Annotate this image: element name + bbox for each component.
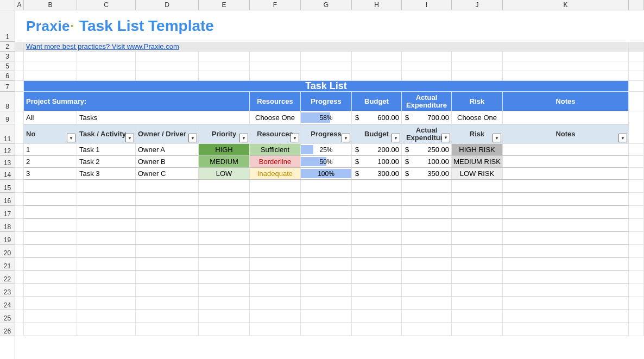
cell-empty[interactable] xyxy=(24,258,77,271)
row-header-3[interactable]: 3 xyxy=(0,52,15,61)
cell-resources[interactable]: Sufficient xyxy=(250,144,301,156)
cell-empty[interactable] xyxy=(250,310,301,323)
cell-empty[interactable] xyxy=(250,232,301,245)
cell-empty[interactable] xyxy=(352,297,402,310)
cell-empty[interactable] xyxy=(452,206,503,219)
cell-empty[interactable] xyxy=(402,258,452,271)
cell-empty[interactable] xyxy=(136,284,199,297)
row-header-20[interactable]: 20 xyxy=(0,245,15,258)
col-header-extra[interactable] xyxy=(629,0,644,10)
cell-empty[interactable] xyxy=(136,180,199,193)
cell-empty[interactable] xyxy=(402,284,452,297)
col-header-B[interactable]: B xyxy=(24,0,77,10)
summary-progress-cell[interactable]: 58% xyxy=(301,111,352,124)
cell-task[interactable]: Task 1 xyxy=(77,144,136,156)
cell-risk[interactable]: MEDIUM RISK xyxy=(452,156,503,168)
select-all-corner[interactable] xyxy=(0,0,15,10)
cell-empty[interactable] xyxy=(250,297,301,310)
cell-empty[interactable] xyxy=(352,284,402,297)
cell-empty[interactable] xyxy=(452,193,503,206)
cell-task[interactable]: Task 3 xyxy=(77,168,136,180)
cell-empty[interactable] xyxy=(136,232,199,245)
cell-empty[interactable] xyxy=(352,310,402,323)
cell-empty[interactable] xyxy=(452,323,503,336)
cell-empty[interactable] xyxy=(250,245,301,258)
cell-empty[interactable] xyxy=(301,232,352,245)
cell-empty[interactable] xyxy=(199,232,250,245)
cell-empty[interactable] xyxy=(250,258,301,271)
cell-empty[interactable] xyxy=(503,297,629,310)
cell-no[interactable]: 1 xyxy=(24,144,77,156)
cell-empty[interactable] xyxy=(250,219,301,232)
cell-empty[interactable] xyxy=(301,245,352,258)
cell-owner[interactable]: Owner A xyxy=(136,144,199,156)
row-header-23[interactable]: 23 xyxy=(0,284,15,297)
cell-empty[interactable] xyxy=(352,219,402,232)
cell-empty[interactable] xyxy=(503,258,629,271)
cell-empty[interactable] xyxy=(24,219,77,232)
cell-empty[interactable] xyxy=(301,297,352,310)
cell-empty[interactable] xyxy=(136,323,199,336)
col-header-C[interactable]: C xyxy=(77,0,136,10)
cell-empty[interactable] xyxy=(199,258,250,271)
row-header-13[interactable]: 13 xyxy=(0,156,15,168)
row-header-22[interactable]: 22 xyxy=(0,271,15,284)
cell-empty[interactable] xyxy=(77,193,136,206)
cell-notes[interactable] xyxy=(503,168,629,180)
cell-empty[interactable] xyxy=(503,219,629,232)
col-header-J[interactable]: J xyxy=(452,0,503,10)
praxie-link[interactable]: Want more best practices? Visit www.Prax… xyxy=(26,42,179,51)
cell-empty[interactable] xyxy=(352,323,402,336)
summary-actual[interactable]: $700.00 xyxy=(402,111,452,124)
cell-empty[interactable] xyxy=(402,297,452,310)
cell-empty[interactable] xyxy=(452,245,503,258)
cell-empty[interactable] xyxy=(503,193,629,206)
cell-empty[interactable] xyxy=(452,310,503,323)
filter-button-owner[interactable]: ▼ xyxy=(188,134,197,142)
cell-empty[interactable] xyxy=(452,180,503,193)
row-header-12[interactable]: 12 xyxy=(0,144,15,156)
summary-tasks[interactable]: Tasks xyxy=(79,114,97,122)
cell-empty[interactable] xyxy=(77,219,136,232)
cell-empty[interactable] xyxy=(136,271,199,284)
col-header-G[interactable]: G xyxy=(301,0,352,10)
cell-actual[interactable]: $100.00 xyxy=(402,156,452,168)
cell-empty[interactable] xyxy=(24,206,77,219)
col-header-F[interactable]: F xyxy=(250,0,301,10)
cell-progress[interactable]: 25% xyxy=(301,144,352,156)
col-header-E[interactable]: E xyxy=(199,0,250,10)
cell-notes[interactable] xyxy=(503,144,629,156)
cell-empty[interactable] xyxy=(24,271,77,284)
cell-empty[interactable] xyxy=(136,245,199,258)
cell-empty[interactable] xyxy=(77,180,136,193)
row-header-25[interactable]: 25 xyxy=(0,310,15,323)
row-header-24[interactable]: 24 xyxy=(0,297,15,310)
cell-empty[interactable] xyxy=(77,232,136,245)
cell-empty[interactable] xyxy=(452,297,503,310)
cell-empty[interactable] xyxy=(452,219,503,232)
cell-resources[interactable]: Inadequate xyxy=(250,168,301,180)
cell-empty[interactable] xyxy=(250,271,301,284)
cell-empty[interactable] xyxy=(199,245,250,258)
cell-owner[interactable]: Owner B xyxy=(136,156,199,168)
cell-empty[interactable] xyxy=(199,271,250,284)
cell-empty[interactable] xyxy=(503,271,629,284)
cell-task[interactable]: Task 2 xyxy=(77,156,136,168)
cell-empty[interactable] xyxy=(402,245,452,258)
col-header-A[interactable]: A xyxy=(15,0,24,10)
cell-empty[interactable] xyxy=(77,206,136,219)
cell-empty[interactable] xyxy=(250,206,301,219)
cell-empty[interactable] xyxy=(199,206,250,219)
cell-empty[interactable] xyxy=(352,206,402,219)
cell-empty[interactable] xyxy=(24,323,77,336)
col-header-K[interactable]: K xyxy=(503,0,629,10)
cell-empty[interactable] xyxy=(352,258,402,271)
row-header-26[interactable]: 26 xyxy=(0,323,15,336)
summary-budget[interactable]: $600.00 xyxy=(352,111,402,124)
cell-empty[interactable] xyxy=(301,310,352,323)
cell-budget[interactable]: $200.00 xyxy=(352,144,402,156)
cell-empty[interactable] xyxy=(77,323,136,336)
filter-button-task[interactable]: ▼ xyxy=(125,134,134,142)
cell-empty[interactable] xyxy=(352,271,402,284)
cell-empty[interactable] xyxy=(503,245,629,258)
